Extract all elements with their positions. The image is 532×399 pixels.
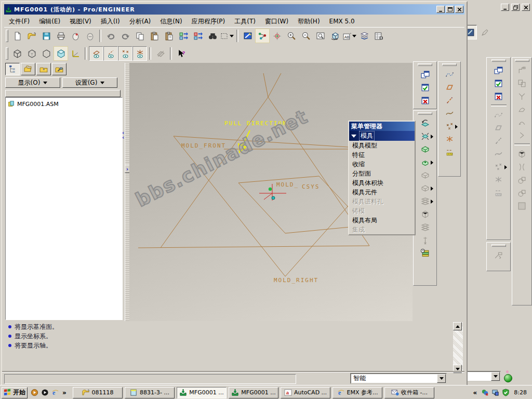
model-tree[interactable]: MFG0001.ASM — [5, 97, 123, 320]
menu-insert[interactable]: 插入(I) — [96, 16, 125, 28]
quicklaunch-ie-icon[interactable] — [50, 387, 60, 398]
select-filter-icon[interactable] — [220, 29, 234, 43]
new-file-icon[interactable] — [10, 29, 24, 43]
tab-favorites[interactable] — [36, 63, 51, 75]
datum-planes-toggle-icon[interactable] — [89, 46, 103, 61]
flyout-arrow-icon[interactable] — [504, 165, 507, 169]
workpiece-icon[interactable] — [418, 143, 432, 155]
datum-points-icon[interactable] — [442, 121, 457, 132]
emx-new-window-icon[interactable] — [418, 69, 432, 80]
hidden-line-display-icon[interactable] — [24, 46, 39, 61]
toolbar-grip[interactable] — [442, 63, 457, 66]
message-scrollbar[interactable] — [453, 322, 463, 373]
no-hidden-display-icon[interactable] — [39, 46, 54, 61]
mold-component-icon[interactable] — [418, 156, 432, 168]
rear-feature-icon-8[interactable] — [515, 161, 529, 172]
rear-feature-icon-1[interactable] — [515, 64, 529, 76]
rear-parallelogram-icon[interactable] — [491, 122, 506, 134]
menu-window[interactable]: 窗口(W) — [260, 16, 293, 28]
ejector-pin-icon[interactable] — [418, 234, 432, 246]
parting-surface-icon[interactable] — [418, 182, 432, 194]
menu-file[interactable]: 文件(F) — [4, 16, 34, 28]
shaded-display-icon[interactable] — [54, 46, 68, 61]
reorient-view-icon[interactable] — [328, 29, 342, 43]
rear-curve-icon[interactable] — [491, 148, 506, 159]
emx-close-window-icon[interactable] — [418, 95, 432, 106]
task-document-8831[interactable]: 8831-3- ... — [125, 387, 175, 398]
email-icon[interactable] — [83, 29, 97, 43]
rear-feature-icon-6[interactable] — [515, 129, 529, 141]
menu-tools[interactable]: 工具(T) — [230, 16, 260, 28]
default-orientation-icon[interactable] — [68, 46, 83, 61]
zoom-refit-icon[interactable] — [313, 29, 328, 43]
menu-info[interactable]: 信息(N) — [155, 16, 187, 28]
quicklaunch-player-icon[interactable] — [39, 387, 50, 398]
print-icon[interactable] — [54, 29, 68, 43]
section-collapse-icon[interactable] — [351, 135, 356, 138]
quicklaunch-media-icon[interactable] — [29, 387, 39, 398]
quicklaunch-overflow-icon[interactable]: » — [60, 387, 69, 398]
rear-feature-icon-2[interactable] — [515, 77, 529, 89]
emx-accept-window-icon[interactable] — [418, 82, 432, 93]
shade-nodes-icon[interactable] — [255, 29, 270, 43]
close-button[interactable] — [455, 6, 463, 13]
datum-csys-icon[interactable] — [442, 134, 457, 145]
rear-hatch-icon[interactable] — [491, 187, 506, 198]
tab-connections[interactable] — [52, 63, 66, 75]
flyout-arrow-icon[interactable] — [431, 135, 433, 139]
rear-feature-icon-9[interactable] — [515, 174, 529, 185]
menu-item-feature[interactable]: 特征 — [349, 150, 415, 159]
task-inbox[interactable]: 收件箱 -... — [384, 387, 434, 398]
flyout-arrow-icon[interactable] — [431, 161, 433, 165]
tray-network-icon[interactable] — [490, 388, 500, 397]
undo-icon[interactable] — [103, 29, 118, 43]
flyout-arrow-icon[interactable] — [431, 200, 433, 204]
csys-toggle-icon[interactable] — [132, 46, 147, 61]
toolbar-grip[interactable] — [418, 112, 432, 115]
filter-dropdown-icon[interactable] — [437, 374, 446, 383]
rear-feature-icon-10[interactable] — [515, 187, 529, 198]
wireframe-display-icon[interactable] — [10, 46, 24, 61]
mold-plates-icon[interactable] — [418, 221, 432, 233]
rear-close-button[interactable] — [522, 4, 530, 11]
tray-security-icon[interactable] — [500, 388, 511, 397]
copy-icon[interactable] — [132, 29, 147, 43]
hatch-line-icon[interactable] — [442, 147, 457, 158]
tray-collapse-icon[interactable]: « — [470, 389, 480, 397]
spin-center-icon[interactable] — [270, 29, 284, 43]
settings-dropdown-button[interactable]: 设置(G) — [62, 77, 117, 88]
rear-note-icon[interactable] — [491, 249, 506, 261]
rear-restore-button[interactable] — [511, 4, 520, 11]
moldbase-icon[interactable] — [418, 247, 432, 259]
rear-feature-icon-3[interactable] — [515, 90, 529, 102]
menu-manager-section[interactable]: 模具 — [349, 131, 415, 141]
menu-manager-title[interactable]: 菜单管理器 — [349, 122, 415, 131]
tree-item-assembly[interactable]: MFG0001.ASM — [6, 98, 122, 111]
scroll-up-icon[interactable] — [453, 322, 462, 330]
menu-item-mold-volume[interactable]: 模具体积块 — [349, 178, 415, 188]
menu-item-mold-layout[interactable]: 模具布局 — [349, 216, 415, 225]
paste-icon[interactable] — [147, 29, 162, 43]
mold-volume-icon[interactable] — [418, 169, 432, 181]
rear-csys-icon[interactable] — [491, 174, 506, 185]
toolbar-grip[interactable] — [515, 59, 529, 62]
menu-item-shrinkage[interactable]: 收缩 — [349, 159, 415, 169]
menu-item-parting-surface[interactable]: 分型面 — [349, 169, 415, 178]
regenerate-icon[interactable] — [176, 29, 191, 43]
task-proe-mfg0001[interactable]: MFG0001 ... — [229, 387, 278, 398]
menu-help[interactable]: 帮助(H) — [293, 16, 324, 28]
rear-line-icon[interactable] — [491, 135, 506, 147]
toolbar-grip[interactable] — [6, 47, 8, 60]
task-proe-mfg0001-active[interactable]: MFG0001 ... — [177, 387, 227, 398]
context-help-icon[interactable] — [174, 46, 189, 61]
menu-edit[interactable]: 编辑(E) — [34, 16, 65, 28]
sash-collapse-icon[interactable]: ‹‹ — [122, 130, 124, 140]
zoom-in-icon[interactable] — [284, 29, 299, 43]
save-icon[interactable] — [39, 29, 54, 43]
menu-emx[interactable]: EMX 5.0 — [325, 16, 360, 26]
rear-feature-icon-11[interactable] — [515, 200, 529, 211]
rear-feature-icon-5[interactable] — [515, 116, 529, 128]
rear-feature-icon-4[interactable] — [515, 103, 529, 115]
accept-window-icon[interactable] — [491, 77, 506, 89]
flyout-arrow-icon[interactable] — [455, 125, 458, 129]
